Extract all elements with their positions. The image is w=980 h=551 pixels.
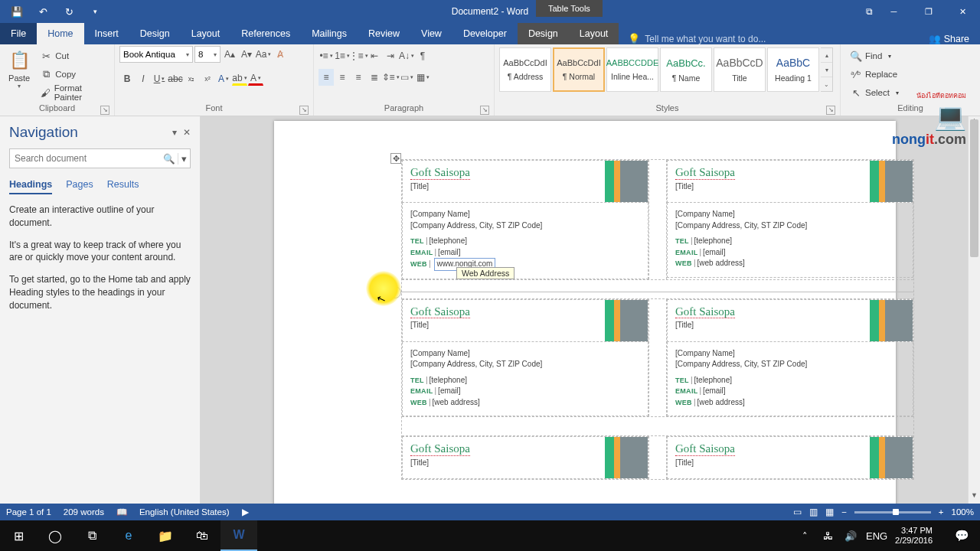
find-button[interactable]: 🔍Find▾ [845,47,903,64]
align-center-button[interactable]: ≡ [335,69,350,86]
action-center-icon[interactable]: 💬 [946,520,977,551]
status-word-count[interactable]: 209 words [64,507,104,517]
zoom-level[interactable]: 100% [952,507,974,517]
nav-pane-options-icon[interactable]: ▾ [172,127,177,138]
undo-icon[interactable]: ↶ [32,2,54,21]
card-company[interactable]: [Company Name] [410,209,640,220]
font-launcher[interactable]: ↘ [299,106,309,115]
share-button[interactable]: 👥 Share [918,33,980,44]
style-inline-heading[interactable]: AABBCCDDEInline Hea... [606,47,658,92]
select-button[interactable]: ↖Select▾ [845,84,903,101]
tab-developer[interactable]: Developer [452,23,518,44]
bullets-button[interactable]: •≡ [318,47,334,64]
tab-layout[interactable]: Layout [181,23,231,44]
paste-button[interactable]: 📋 Paste ▾ [5,46,34,90]
superscript-button[interactable]: x² [200,70,215,87]
tab-review[interactable]: Review [358,23,410,44]
align-left-button[interactable]: ≡ [318,69,334,86]
restore-button[interactable]: ❐ [911,0,946,23]
search-dropdown-icon[interactable]: ▾ [178,153,190,165]
tab-mailings[interactable]: Mailings [301,23,358,44]
italic-button[interactable]: I [136,70,151,87]
tab-table-layout[interactable]: Layout [569,23,619,44]
word-taskbar-icon[interactable]: W [220,520,257,551]
strikethrough-button[interactable]: abc [168,70,183,87]
view-web-layout[interactable]: ▦ [825,507,834,517]
store-icon[interactable]: 🛍 [184,520,220,551]
cortana-icon[interactable]: ◯ [37,520,74,551]
tab-insert[interactable]: Insert [84,23,129,44]
shading-button[interactable]: ▭ [399,69,414,86]
style-normal[interactable]: AaBbCcDdI¶ Normal [553,47,605,92]
save-icon[interactable]: 💾 [6,2,28,21]
underline-button[interactable]: U [152,70,167,87]
card-name[interactable]: Goft Saisopa [675,166,735,180]
view-read-mode[interactable]: ▭ [793,507,802,517]
styles-launcher[interactable]: ↘ [826,106,835,115]
redo-icon[interactable]: ↻ [58,2,80,21]
minimize-button[interactable]: ─ [877,0,911,23]
start-button[interactable]: ⊞ [0,520,37,551]
replace-button[interactable]: ᵃ⁄ᵇReplace [845,66,903,83]
tray-network-icon[interactable]: 🖧 [820,530,835,542]
sort-button[interactable]: A↓ [399,47,414,64]
multilevel-list-button[interactable]: ⋮≡ [351,47,366,64]
align-right-button[interactable]: ≡ [351,69,366,86]
increase-indent-button[interactable]: ⇥ [383,47,398,64]
nav-search-input[interactable] [10,153,161,164]
style-name[interactable]: AaBbCc.¶ Name [660,47,712,92]
bold-button[interactable]: B [119,70,135,87]
nav-tab-headings[interactable]: Headings [9,179,52,194]
card-tel[interactable]: [telephone] [430,236,468,245]
justify-button[interactable]: ≣ [367,69,382,86]
tab-home[interactable]: Home [37,23,83,44]
text-effects-button[interactable]: A [216,70,231,87]
table-move-handle[interactable]: ✥ [390,153,401,164]
status-language[interactable]: English (United States) [139,507,230,517]
file-explorer-icon[interactable]: 📁 [147,520,184,551]
tray-chevron-up-icon[interactable]: ˄ [797,530,812,542]
clear-formatting-button[interactable]: A̷ [273,46,288,63]
nav-pane-close-icon[interactable]: ✕ [183,127,191,138]
cut-button[interactable]: ✂Cut [37,47,109,64]
zoom-slider[interactable] [854,511,931,514]
tray-clock[interactable]: 3:47 PM 2/29/2016 [889,526,939,545]
style-heading1[interactable]: AaBbCHeading 1 [767,47,819,92]
card-cell[interactable]: Goft Saisopa [Title] [667,436,913,479]
status-page[interactable]: Page 1 of 1 [6,507,51,517]
status-macro-icon[interactable]: ▶ [242,507,249,517]
nav-tab-results[interactable]: Results [107,179,139,194]
close-button[interactable]: ✕ [946,0,980,23]
status-proofing-icon[interactable]: 📖 [116,507,127,517]
grow-font-button[interactable]: A▴ [222,46,237,63]
card-cell[interactable]: Goft Saisopa [Title] [Company Name] [Com… [402,299,648,417]
tab-file[interactable]: File [0,23,37,44]
card-cell[interactable]: Goft Saisopa [Title] [Company Name] [Com… [667,299,913,417]
card-cell[interactable]: Goft Saisopa [Title] [Company Name] [Com… [402,160,648,279]
insert-row-handle[interactable]: + [389,286,401,298]
format-painter-button[interactable]: 🖌Format Painter [37,84,109,101]
edge-icon[interactable]: e [110,520,147,551]
font-color-button[interactable]: A [248,72,263,86]
show-marks-button[interactable]: ¶ [415,47,430,64]
search-icon[interactable]: 🔍 [161,153,178,165]
tell-me-search[interactable]: 💡 Tell me what you want to do... [628,33,766,44]
card-cell[interactable]: Goft Saisopa [Title] [Company Name] [Com… [667,160,913,279]
style-title[interactable]: AaBbCcDTitle [714,47,766,92]
decrease-indent-button[interactable]: ⇤ [367,47,382,64]
tray-language[interactable]: ENG [866,530,881,542]
card-address[interactable]: [Company Address, City, ST ZIP Code] [410,220,640,232]
zoom-out-button[interactable]: − [841,507,847,517]
scrollbar-thumb[interactable] [970,119,978,257]
paragraph-launcher[interactable]: ↘ [480,106,489,115]
font-size-combo[interactable]: 8▾ [194,46,220,63]
highlight-button[interactable]: ab [232,72,247,86]
card-email[interactable]: [email] [438,248,460,256]
nav-search-box[interactable]: 🔍 ▾ [9,148,191,168]
card-cell[interactable]: Goft Saisopa [Title] [402,436,648,479]
qat-customize-icon[interactable]: ▾ [84,2,106,21]
style-address[interactable]: AaBbCcDdI¶ Address [499,47,551,92]
copy-button[interactable]: ⧉Copy [37,66,109,83]
shrink-font-button[interactable]: A▾ [239,46,254,63]
tab-references[interactable]: References [230,23,301,44]
